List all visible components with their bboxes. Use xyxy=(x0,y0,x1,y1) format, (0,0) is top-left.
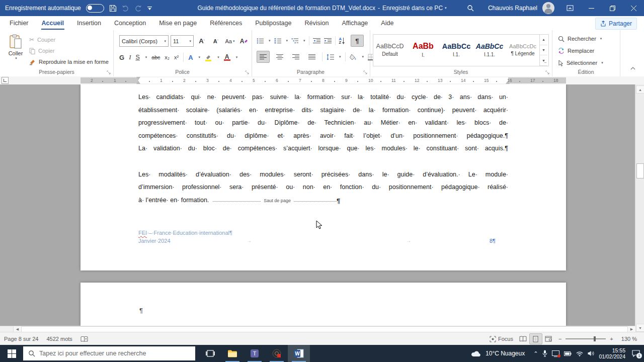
change-case-button[interactable]: Aa▾ xyxy=(224,36,236,47)
volume-icon[interactable] xyxy=(588,350,594,356)
style-I1[interactable]: AaBbCc I.1. xyxy=(440,35,473,65)
underline-caret-icon[interactable]: ▾ xyxy=(145,55,147,59)
highlight-caret-icon[interactable]: ▾ xyxy=(217,55,219,59)
ribbon-display-options-icon[interactable] xyxy=(559,0,581,16)
clipboard-dialog-launcher[interactable] xyxy=(107,70,111,75)
styles-scroll-up-icon[interactable]: ▲ xyxy=(540,35,547,45)
scroll-down-icon[interactable]: ▼ xyxy=(636,324,644,332)
subscript-button[interactable]: x₂ xyxy=(165,54,170,60)
select-button[interactable]: Sélectionner▾ xyxy=(558,58,603,67)
user-name[interactable]: Chauvois Raphael xyxy=(488,5,537,12)
avatar[interactable] xyxy=(542,2,554,14)
align-left-button[interactable] xyxy=(257,51,270,63)
word-count[interactable]: 4522 mots xyxy=(43,336,76,342)
scroll-up-icon[interactable]: ▲ xyxy=(636,85,644,94)
highlight-button[interactable] xyxy=(205,54,212,61)
page-9[interactable]: ¶ xyxy=(80,283,566,326)
italic-button[interactable]: I xyxy=(129,53,131,61)
web-layout-button[interactable] xyxy=(542,334,554,344)
tab-conception[interactable]: Conception xyxy=(108,16,152,30)
notification-center-icon[interactable]: 1 xyxy=(632,350,640,357)
text-effects-caret-icon[interactable]: ▾ xyxy=(199,55,201,59)
font-color-caret-icon[interactable]: ▾ xyxy=(236,55,238,59)
read-mode-button[interactable] xyxy=(517,334,529,344)
microphone-icon[interactable] xyxy=(542,350,547,357)
hidden-icons-chevron[interactable]: ⌃ xyxy=(533,350,538,357)
replace-button[interactable]: Remplacer xyxy=(558,46,594,55)
collapse-ribbon-icon[interactable] xyxy=(630,66,636,70)
first-line-indent-marker[interactable] xyxy=(136,77,140,80)
restore-button[interactable] xyxy=(602,0,623,16)
undo-icon[interactable] xyxy=(122,5,129,12)
multilevel-caret-icon[interactable]: ▾ xyxy=(303,39,305,43)
start-button[interactable] xyxy=(0,345,23,362)
tab-references[interactable]: Références xyxy=(203,16,249,30)
screen-share-icon[interactable] xyxy=(552,350,559,357)
tab-revision[interactable]: Révision xyxy=(298,16,335,30)
styles-gallery-more-icon[interactable]: ▼̲ xyxy=(540,55,547,66)
find-button[interactable]: Rechercher▾ xyxy=(558,34,602,43)
copy-button[interactable]: Copier xyxy=(29,47,109,55)
font-size-combo[interactable]: 11▾ xyxy=(171,35,194,47)
increase-indent-button[interactable] xyxy=(324,38,332,44)
task-view-button[interactable] xyxy=(199,345,221,362)
right-indent-marker[interactable] xyxy=(506,81,510,84)
show-formatting-marks-button[interactable]: ¶ xyxy=(351,35,364,47)
battery-icon[interactable] xyxy=(564,351,572,356)
sort-button[interactable]: AZ xyxy=(339,37,345,44)
style-I[interactable]: AaBb I. xyxy=(407,35,440,65)
font-dialog-launcher[interactable] xyxy=(245,70,250,75)
close-button[interactable] xyxy=(623,0,644,16)
hanging-indent-marker[interactable] xyxy=(136,81,140,84)
weather-icon[interactable] xyxy=(471,350,481,357)
styles-dialog-launcher[interactable] xyxy=(545,70,550,75)
tab-insertion[interactable]: Insertion xyxy=(70,16,108,30)
font-name-combo[interactable]: Calibri (Corps)▾ xyxy=(119,35,169,47)
decrease-indent-button[interactable] xyxy=(313,38,320,44)
underline-button[interactable]: S xyxy=(135,54,139,61)
tab-publipostage[interactable]: Publipostage xyxy=(249,16,298,30)
superscript-button[interactable]: x² xyxy=(174,54,179,60)
tab-fichier[interactable]: Fichier xyxy=(3,16,35,30)
numbering-caret-icon[interactable]: ▾ xyxy=(286,39,288,43)
numbering-button[interactable] xyxy=(274,38,282,44)
word-button[interactable]: W xyxy=(288,345,310,362)
zoom-slider-thumb[interactable] xyxy=(594,336,596,341)
network-icon[interactable] xyxy=(576,351,583,356)
tab-selector[interactable] xyxy=(2,77,9,84)
zoom-slider[interactable] xyxy=(566,338,606,339)
tab-mise-en-page[interactable]: Mise en page xyxy=(152,16,203,30)
shrink-font-button[interactable]: Aˇ xyxy=(210,36,222,47)
file-explorer-button[interactable] xyxy=(221,345,244,362)
tab-aide[interactable]: Aide xyxy=(374,16,400,30)
zoom-out-button[interactable]: − xyxy=(554,336,566,342)
shading-caret-icon[interactable]: ▾ xyxy=(362,55,364,59)
style-I11[interactable]: AaBbCc I.1.1. xyxy=(473,35,506,65)
bullets-button[interactable] xyxy=(257,38,264,44)
paragraph-dialog-launcher[interactable] xyxy=(363,70,368,75)
format-painter-button[interactable]: Reproduire la mise en forme xyxy=(29,58,109,66)
style-legende[interactable]: AaBbCcDc ¶ Légende xyxy=(506,35,539,65)
shading-button[interactable] xyxy=(350,54,357,60)
page-footer[interactable]: FEI·–·France·Education·international¶ Ja… xyxy=(138,229,508,245)
proofing-icon[interactable] xyxy=(76,336,92,342)
zoom-in-button[interactable]: + xyxy=(606,336,617,342)
clock[interactable]: 15:55 01/02/2024 xyxy=(599,347,625,359)
taskbar-search[interactable]: Tapez ici pour effectuer une recherche xyxy=(23,346,195,360)
strikethrough-button[interactable]: abc xyxy=(151,54,160,60)
qat-customize-icon[interactable] xyxy=(147,6,152,11)
cut-button[interactable]: ✂ Couper xyxy=(29,36,109,44)
clear-formatting-button[interactable]: A xyxy=(238,36,250,47)
focus-button[interactable]: Focus xyxy=(486,336,517,342)
document-title[interactable]: Guide méthodologique du référentiel de f… xyxy=(197,0,446,16)
share-button[interactable]: Partager xyxy=(595,18,637,30)
autosave-toggle[interactable] xyxy=(86,4,104,13)
vertical-scroll-thumb[interactable] xyxy=(636,163,644,178)
multilevel-list-button[interactable] xyxy=(291,38,299,44)
style-default[interactable]: AaBbCcD Default xyxy=(373,35,407,65)
font-color-button[interactable]: A xyxy=(224,54,230,61)
paste-button[interactable]: Coller ▾ xyxy=(5,34,26,60)
line-spacing-caret-icon[interactable]: ▾ xyxy=(339,55,341,59)
zoom-level[interactable]: 130 % xyxy=(617,336,644,342)
minimize-button[interactable] xyxy=(581,0,602,16)
